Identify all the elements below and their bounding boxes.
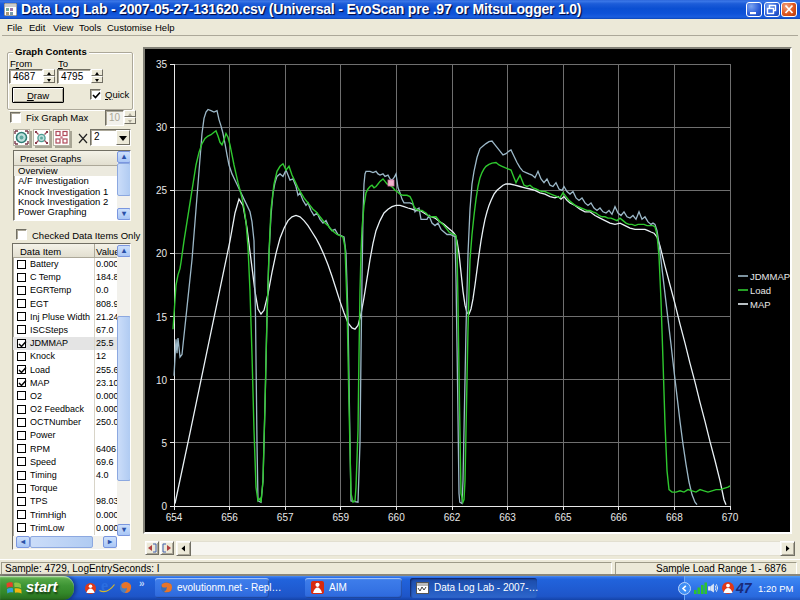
svg-text:30: 30 (156, 122, 168, 133)
svg-text:JDMMAP: JDMMAP (750, 271, 790, 282)
svg-text:5: 5 (161, 438, 167, 449)
svg-text:666: 666 (610, 512, 627, 523)
svg-text:20: 20 (156, 248, 168, 259)
svg-text:657: 657 (277, 512, 294, 523)
svg-text:25: 25 (156, 185, 168, 196)
svg-text:0: 0 (161, 501, 167, 512)
svg-text:668: 668 (666, 512, 683, 523)
svg-text:654: 654 (166, 512, 183, 523)
svg-text:15: 15 (156, 312, 168, 323)
svg-text:665: 665 (555, 512, 572, 523)
svg-text:35: 35 (156, 59, 168, 70)
svg-text:10: 10 (156, 375, 168, 386)
svg-text:Load: Load (750, 285, 771, 296)
svg-text:656: 656 (221, 512, 238, 523)
svg-text:662: 662 (444, 512, 461, 523)
svg-text:660: 660 (388, 512, 405, 523)
svg-text:663: 663 (499, 512, 516, 523)
svg-text:659: 659 (332, 512, 349, 523)
svg-text:MAP: MAP (750, 299, 771, 310)
svg-text:670: 670 (722, 512, 739, 523)
